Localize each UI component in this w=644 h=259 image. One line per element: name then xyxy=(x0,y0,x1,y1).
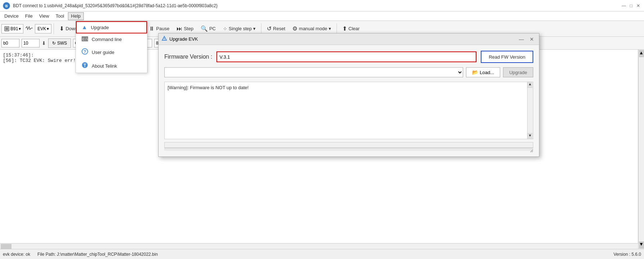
chip-label: B91 xyxy=(10,26,18,31)
dialog-minimize-btn[interactable]: ― xyxy=(517,36,526,43)
dialog-log-area: [Warning]: Firmware is NOT up to date! ▲… xyxy=(164,82,533,139)
about-icon: T xyxy=(82,62,88,70)
sws-button[interactable]: ↻ SWS xyxy=(48,38,71,48)
search-icon: 🔍 xyxy=(201,25,208,32)
svg-text:C:\>: C:\> xyxy=(82,38,88,41)
maximize-button[interactable]: □ xyxy=(628,3,634,9)
action-buttons-row: 📂 Load... Upgrade xyxy=(466,67,533,77)
help-menu-command-line[interactable]: C:\> Command line xyxy=(76,33,147,45)
menu-bar: Device File View Tool Help xyxy=(0,12,644,21)
upgrade-dialog: Upgrade EVK ― ✕ Firmware Version : Read … xyxy=(158,33,539,157)
arrow-down-icon: ⬇ xyxy=(42,40,46,46)
chip-selector[interactable]: B91 ▾ xyxy=(1,24,23,33)
manual-mode-arrow: ▾ xyxy=(329,26,331,31)
upgrade-icon: ▲ xyxy=(82,24,87,31)
help-menu-about[interactable]: T About Telink xyxy=(76,59,147,73)
log-scroll-down[interactable]: ▼ xyxy=(527,133,533,139)
menu-help[interactable]: Help xyxy=(68,12,84,20)
input-field-1[interactable] xyxy=(1,39,19,47)
menu-view[interactable]: View xyxy=(36,12,52,20)
dialog-titlebar: Upgrade EVK ― ✕ xyxy=(159,33,539,45)
log-vertical-scrollbar[interactable]: ▲ ▼ xyxy=(527,82,533,139)
svg-text:T: T xyxy=(83,63,86,68)
refresh-icon: ↻ xyxy=(52,41,56,46)
app-icon: B xyxy=(3,2,10,9)
reset-icon: ↺ xyxy=(267,25,271,32)
firmware-version-row: Firmware Version : Read FW Version xyxy=(164,51,533,63)
evk-selector[interactable]: EVK ▾ xyxy=(35,24,51,33)
dialog-resize-handle[interactable] xyxy=(164,148,533,151)
menu-file[interactable]: File xyxy=(22,12,36,20)
svg-line-14 xyxy=(532,151,533,152)
version-info: Version : 5.6.0 xyxy=(613,252,641,257)
help-dropdown-menu: ▲ Upgrade C:\> Command line ? User guide… xyxy=(76,21,147,73)
device-status: evk device: ok xyxy=(3,252,30,257)
chip-dropdown-arrow: ▾ xyxy=(19,26,21,31)
title-bar: B BDT connect to 1:usb#vid_248a&pid_5320… xyxy=(0,0,644,12)
main-vertical-scrollbar[interactable]: ▲ ▼ xyxy=(638,50,644,249)
evk-dropdown-arrow: ▾ xyxy=(47,26,49,31)
download-icon: ⬇ xyxy=(59,25,64,32)
horizontal-scrollbar[interactable] xyxy=(0,243,638,249)
svg-point-12 xyxy=(164,40,165,40)
load-button[interactable]: 📂 Load... xyxy=(466,67,500,77)
svg-text:?: ? xyxy=(83,49,86,54)
upgrade-button[interactable]: Upgrade xyxy=(503,67,533,77)
status-bar: evk device: ok File Path: J:\matter\Matt… xyxy=(0,249,644,259)
window-title: BDT connect to 1:usb#vid_248a&pid_5320#5… xyxy=(13,3,218,8)
dialog-close-btn[interactable]: ✕ xyxy=(527,36,536,43)
help-menu-user-guide[interactable]: ? User guide xyxy=(76,45,147,59)
firmware-dropdown[interactable] xyxy=(164,67,463,77)
dialog-title-text: Upgrade EVK xyxy=(169,36,198,42)
menu-device[interactable]: Device xyxy=(1,12,22,20)
clear-icon: ⬆ xyxy=(342,25,347,32)
log-text: [Warning]: Firmware is NOT up to date! xyxy=(168,85,248,90)
user-guide-icon: ? xyxy=(82,48,88,56)
command-line-icon: C:\> xyxy=(82,36,88,42)
load-icon: 📂 xyxy=(472,69,478,75)
menu-tool[interactable]: Tool xyxy=(53,12,67,20)
file-path: File Path: J:\matter\Matter_chipTool_RCP… xyxy=(37,252,158,257)
single-step-icon: ⁘ xyxy=(223,26,227,32)
read-fw-version-button[interactable]: Read FW Version xyxy=(481,51,533,63)
pause-icon: ⏸ xyxy=(149,26,155,32)
firmware-label: Firmware Version : xyxy=(164,54,212,60)
log-area-container: [Warning]: Firmware is NOT up to date! ▲… xyxy=(164,82,533,148)
window-controls: ― □ ✕ xyxy=(621,3,641,9)
input-field-2[interactable] xyxy=(22,39,40,47)
waveform-icon xyxy=(24,25,34,32)
firmware-version-input[interactable] xyxy=(216,51,476,62)
log-horizontal-scrollbar[interactable] xyxy=(164,142,533,148)
dialog-title-icon xyxy=(161,36,167,42)
separator-3 xyxy=(261,23,261,34)
evk-label: EVK xyxy=(37,26,46,31)
step-icon: ⏭ xyxy=(177,26,182,32)
single-step-arrow: ▾ xyxy=(253,26,256,31)
manual-mode-icon: ⚙ xyxy=(292,25,297,32)
help-menu-upgrade[interactable]: ▲ Upgrade xyxy=(76,21,147,33)
svg-text:B: B xyxy=(5,4,8,8)
chip-icon xyxy=(4,26,10,32)
svg-rect-3 xyxy=(5,27,8,30)
log-scroll-up[interactable]: ▲ xyxy=(527,82,533,88)
scroll-up-arrow[interactable]: ▲ xyxy=(639,50,644,57)
separator-1 xyxy=(54,23,54,34)
scroll-down-arrow[interactable]: ▼ xyxy=(639,241,644,249)
minimize-button[interactable]: ― xyxy=(621,3,627,9)
dialog-body: Firmware Version : Read FW Version 📂 Loa… xyxy=(159,45,539,156)
close-button[interactable]: ✕ xyxy=(635,3,641,9)
separator-4 xyxy=(337,23,337,34)
